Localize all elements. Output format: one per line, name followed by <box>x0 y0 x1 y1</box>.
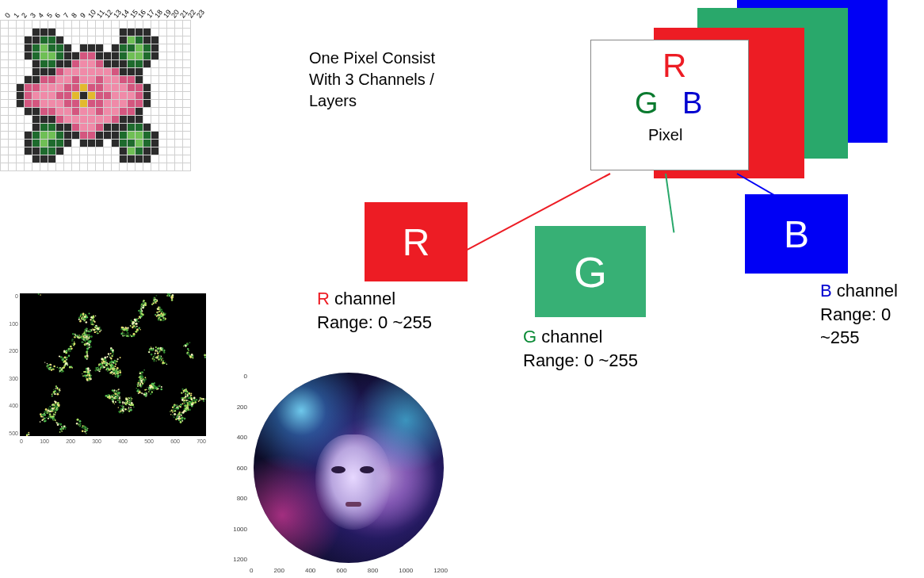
svg-point-1280 <box>127 403 128 404</box>
svg-point-921 <box>90 329 91 331</box>
caption-line2: With 3 Channels / <box>309 71 434 88</box>
r-channel-range: Range: 0 ~255 <box>317 312 432 332</box>
svg-point-610 <box>86 369 87 371</box>
svg-point-1237 <box>128 408 128 409</box>
svg-point-1295 <box>128 397 129 399</box>
svg-point-1549 <box>64 356 67 358</box>
svg-point-69 <box>94 321 95 322</box>
svg-point-1412 <box>161 312 162 314</box>
svg-point-563 <box>107 356 109 358</box>
pixel-art-col-label: 4 <box>36 11 45 19</box>
svg-point-1431 <box>55 389 55 389</box>
svg-point-363 <box>111 359 113 361</box>
caption-line1: One Pixel Consist <box>309 49 435 67</box>
svg-point-1460 <box>82 317 84 319</box>
svg-point-1121 <box>155 357 157 358</box>
svg-point-923 <box>91 329 92 330</box>
svg-point-370 <box>111 355 113 357</box>
svg-point-1243 <box>130 407 132 408</box>
svg-point-1093 <box>82 342 83 343</box>
svg-point-961 <box>86 339 88 340</box>
svg-point-206 <box>181 415 182 416</box>
svg-point-505 <box>140 385 142 387</box>
pixel-box-r: R <box>662 47 686 85</box>
svg-point-1112 <box>158 347 160 349</box>
svg-point-64 <box>93 325 94 327</box>
svg-point-1470 <box>86 316 88 319</box>
svg-point-1552 <box>59 355 60 357</box>
svg-point-86 <box>78 425 79 426</box>
svg-point-1163 <box>112 389 114 392</box>
dark-plot-x-tick: 100 <box>40 438 49 444</box>
svg-point-1357 <box>43 415 44 416</box>
svg-point-519 <box>141 392 143 394</box>
svg-point-1298 <box>59 428 62 431</box>
svg-point-1472 <box>89 313 90 315</box>
svg-point-994 <box>193 397 196 400</box>
svg-point-1416 <box>155 314 156 316</box>
svg-point-184 <box>155 298 156 300</box>
svg-point-1057 <box>166 295 168 297</box>
r-channel-box: R <box>365 202 468 281</box>
pixel-art-col-label: 5 <box>45 11 54 19</box>
svg-point-559 <box>105 359 107 361</box>
svg-point-1209 <box>114 397 116 399</box>
svg-point-1360 <box>44 420 46 423</box>
svg-point-1233 <box>123 408 124 409</box>
svg-point-683 <box>123 333 124 335</box>
svg-point-314 <box>140 314 141 315</box>
svg-point-1335 <box>55 411 56 413</box>
svg-point-874 <box>151 389 152 390</box>
svg-point-1212 <box>116 396 118 397</box>
svg-point-50 <box>203 400 204 402</box>
svg-point-711 <box>130 335 131 335</box>
svg-point-344 <box>113 374 113 375</box>
svg-point-491 <box>139 381 141 383</box>
svg-point-369 <box>110 353 112 354</box>
pixel-art-col-label: 7 <box>62 11 71 19</box>
svg-point-995 <box>193 399 194 400</box>
svg-point-1369 <box>158 311 160 312</box>
svg-point-1488 <box>51 366 52 367</box>
svg-point-531 <box>120 357 121 358</box>
circ-plot-y-tick: 0 <box>244 373 247 380</box>
svg-point-302 <box>140 308 142 310</box>
svg-point-1401 <box>158 317 160 319</box>
svg-point-1035 <box>190 399 191 400</box>
svg-point-898 <box>97 333 98 335</box>
svg-point-225 <box>180 421 182 423</box>
svg-point-109 <box>86 433 86 434</box>
svg-point-1230 <box>123 406 124 407</box>
svg-point-226 <box>178 419 180 421</box>
svg-point-466 <box>139 377 140 378</box>
svg-point-470 <box>141 374 143 377</box>
svg-point-1427 <box>59 392 60 393</box>
svg-point-676 <box>155 346 157 348</box>
svg-point-451 <box>115 370 116 372</box>
circ-plot-x-tick: 1200 <box>433 567 448 574</box>
circ-plot-y-tick: 400 <box>237 434 247 441</box>
svg-point-1125 <box>160 361 161 362</box>
svg-point-500 <box>143 380 144 381</box>
svg-point-582 <box>101 366 104 369</box>
svg-point-315 <box>142 314 144 316</box>
svg-point-842 <box>89 341 91 343</box>
svg-point-747 <box>185 346 186 347</box>
svg-point-1340 <box>53 410 55 411</box>
svg-point-1004 <box>191 403 193 404</box>
svg-point-1155 <box>118 392 120 393</box>
pixel-box: R G B Pixel <box>590 40 749 170</box>
svg-point-1355 <box>44 413 44 414</box>
svg-point-980 <box>185 391 187 393</box>
svg-point-1199 <box>105 395 108 397</box>
svg-point-1159 <box>117 389 119 391</box>
svg-point-36 <box>194 401 197 404</box>
svg-point-703 <box>126 331 128 332</box>
svg-point-508 <box>138 384 139 385</box>
svg-point-229 <box>176 414 178 415</box>
svg-point-41 <box>199 400 200 401</box>
svg-point-1205 <box>112 396 113 397</box>
svg-point-1496 <box>57 367 58 368</box>
svg-point-1021 <box>182 397 184 399</box>
svg-point-1204 <box>110 396 112 398</box>
